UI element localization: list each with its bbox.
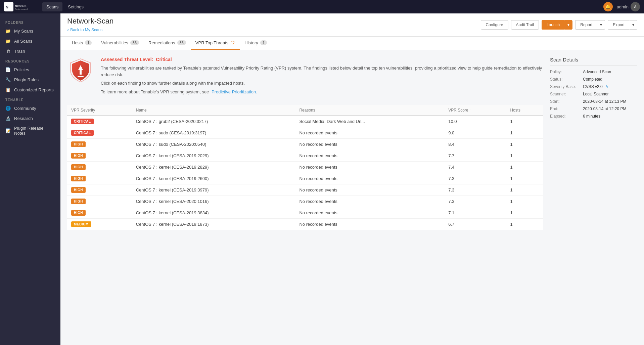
table-row[interactable]: CRITICAL CentOS 7 : grub2 (CESA-2020:321… — [67, 116, 543, 127]
svg-text:Professional: Professional — [15, 8, 28, 10]
tab-history-label: History — [244, 40, 258, 45]
vulnerability-table: VPR Severity Name Reasons VPR Score Host… — [67, 105, 543, 230]
configure-button[interactable]: Configure — [481, 20, 508, 30]
col-vpr-score[interactable]: VPR Score — [444, 105, 506, 116]
tab-vpr-top-threats[interactable]: VPR Top Threats 🛡 — [191, 37, 240, 50]
cell-severity: HIGH — [67, 207, 132, 219]
admin-user[interactable]: admin A — [617, 2, 640, 11]
tab-hosts[interactable]: Hosts 1 — [67, 37, 96, 50]
sidebar-item-all-scans[interactable]: 📁 All Scans — [0, 36, 60, 46]
scanner-value: Local Scanner — [583, 92, 637, 96]
cell-reasons: No recorded events — [295, 184, 444, 196]
plugin-rules-icon: 🔧 — [5, 77, 11, 82]
cell-vpr-score: 7.7 — [444, 150, 506, 162]
threat-level-value: Critical — [156, 57, 172, 62]
cell-severity: MEDIUM — [67, 219, 132, 230]
cell-hosts: 1 — [506, 162, 543, 173]
elapsed-value: 6 minutes — [583, 114, 637, 119]
nav-scans[interactable]: Scans — [42, 2, 62, 11]
sidebar-item-policies[interactable]: 📄 Policies — [0, 64, 60, 75]
nav-settings[interactable]: Settings — [64, 2, 88, 11]
cell-name: CentOS 7 : grub2 (CESA-2020:3217) — [132, 116, 295, 127]
vpr-desc3-text: To learn more about Tenable's VPR scorin… — [101, 89, 209, 94]
main-content: Network-Scan Back to My Scans Configure … — [60, 13, 644, 345]
cell-severity: HIGH — [67, 139, 132, 150]
tab-remediations-label: Remediations — [148, 40, 175, 45]
launch-caret[interactable]: ▾ — [564, 20, 572, 30]
severity-badge: HIGH — [71, 187, 86, 193]
table-row[interactable]: MEDIUM CentOS 7 : kernel (CESA-2019:1873… — [67, 219, 543, 230]
notes-icon: 📝 — [5, 128, 11, 133]
sidebar-label-plugin-release-notes: Plugin Release Notes — [14, 126, 55, 136]
sidebar-item-research[interactable]: 🔬 Research — [0, 113, 60, 123]
notification-bell[interactable]: 🔔 — [603, 2, 613, 11]
tab-remediations[interactable]: Remediations 36 — [144, 37, 191, 50]
sidebar-item-customized-reports[interactable]: 📋 Customized Reports — [0, 85, 60, 95]
predictive-prioritization-link[interactable]: Predictive Prioritization. — [212, 89, 257, 94]
scan-details-panel: Scan Details Policy: Advanced Scan Statu… — [550, 57, 637, 230]
cell-hosts: 1 — [506, 219, 543, 230]
cell-hosts: 1 — [506, 207, 543, 219]
table-row[interactable]: CRITICAL CentOS 7 : sudo (CESA-2019:3197… — [67, 127, 543, 139]
sidebar-item-plugin-rules[interactable]: 🔧 Plugin Rules — [0, 75, 60, 85]
cell-name: CentOS 7 : kernel (CESA-2019:3979) — [132, 184, 295, 196]
policies-icon: 📄 — [5, 67, 11, 72]
cvss-text: CVSS v2.0 — [583, 84, 603, 89]
tab-hosts-label: Hosts — [72, 40, 83, 45]
cell-name: CentOS 7 : kernel (CESA-2019:2029) — [132, 150, 295, 162]
sidebar-item-community[interactable]: 🌐 Community — [0, 103, 60, 113]
table-row[interactable]: HIGH CentOS 7 : kernel (CESA-2019:3834) … — [67, 207, 543, 219]
cell-reasons: No recorded events — [295, 162, 444, 173]
vpr-shield-graphic — [67, 57, 94, 84]
tab-history[interactable]: History 1 — [240, 37, 272, 50]
sidebar-item-trash[interactable]: 🗑 Trash — [0, 46, 60, 56]
table-row[interactable]: HIGH CentOS 7 : sudo (CESA-2020:0540) No… — [67, 139, 543, 150]
top-nav: N nessus Professional Scans Settings 🔔 a… — [0, 0, 644, 13]
cell-hosts: 1 — [506, 116, 543, 127]
research-icon: 🔬 — [5, 116, 11, 121]
table-row[interactable]: HIGH CentOS 7 : kernel (CESA-2019:3979) … — [67, 184, 543, 196]
sidebar-item-plugin-release-notes[interactable]: 📝 Plugin Release Notes — [0, 123, 60, 138]
export-button[interactable]: Export — [608, 20, 629, 30]
report-caret[interactable]: ▾ — [597, 20, 605, 30]
tab-vulnerabilities[interactable]: Vulnerabilities 36 — [96, 37, 144, 50]
launch-button[interactable]: Launch — [542, 20, 564, 30]
elapsed-label: Elapsed: — [550, 114, 580, 119]
severity-badge: CRITICAL — [71, 130, 94, 136]
table-row[interactable]: HIGH CentOS 7 : kernel (CESA-2020:1016) … — [67, 196, 543, 207]
tab-vulnerabilities-badge: 36 — [130, 40, 139, 45]
cell-name: CentOS 7 : kernel (CESA-2019:3834) — [132, 207, 295, 219]
cell-vpr-score: 10.0 — [444, 116, 506, 127]
vpr-desc1: The following vulnerabilities are ranked… — [101, 65, 543, 78]
cell-reasons: No recorded events — [295, 150, 444, 162]
reports-icon: 📋 — [5, 87, 11, 92]
edit-cvss-icon[interactable]: ✎ — [605, 85, 608, 89]
cell-vpr-score: 7.4 — [444, 162, 506, 173]
col-severity[interactable]: VPR Severity — [67, 105, 132, 116]
content-area: Assessed Threat Level: Critical The foll… — [60, 50, 644, 237]
col-hosts[interactable]: Hosts — [506, 105, 543, 116]
sidebar-label-policies: Policies — [14, 67, 29, 72]
col-name[interactable]: Name — [132, 105, 295, 116]
back-link[interactable]: Back to My Scans — [67, 27, 113, 33]
export-caret[interactable]: ▾ — [629, 20, 637, 30]
table-row[interactable]: HIGH CentOS 7 : kernel (CESA-2019:2829) … — [67, 162, 543, 173]
cell-name: CentOS 7 : sudo (CESA-2019:3197) — [132, 127, 295, 139]
severity-badge: HIGH — [71, 176, 86, 181]
cell-hosts: 1 — [506, 150, 543, 162]
col-reasons[interactable]: Reasons — [295, 105, 444, 116]
table-body: CRITICAL CentOS 7 : grub2 (CESA-2020:321… — [67, 116, 543, 230]
report-button[interactable]: Report — [575, 20, 597, 30]
cell-vpr-score: 7.3 — [444, 184, 506, 196]
tabs-bar: Hosts 1 Vulnerabilities 36 Remediations … — [60, 37, 644, 50]
sidebar-item-my-scans[interactable]: 📁 My Scans — [0, 26, 60, 36]
vpr-desc2: Click on each finding to show further de… — [101, 80, 543, 87]
vpr-text: Assessed Threat Level: Critical The foll… — [101, 57, 543, 97]
table-row[interactable]: HIGH CentOS 7 : kernel (CESA-2019:2600) … — [67, 173, 543, 184]
table-row[interactable]: HIGH CentOS 7 : kernel (CESA-2019:2029) … — [67, 150, 543, 162]
sidebar: FOLDERS 📁 My Scans 📁 All Scans 🗑 Trash R… — [0, 13, 60, 345]
start-label: Start: — [550, 99, 580, 104]
cell-severity: HIGH — [67, 162, 132, 173]
sidebar-label-community: Community — [14, 106, 36, 111]
audit-trail-button[interactable]: Audit Trail — [511, 20, 539, 30]
